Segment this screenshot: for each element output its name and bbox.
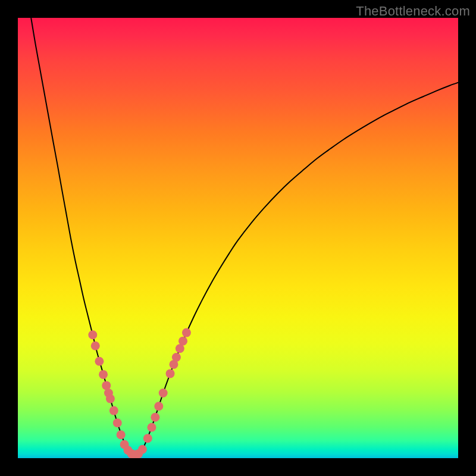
- data-marker: [178, 337, 187, 346]
- data-marker: [143, 434, 152, 443]
- data-marker: [91, 342, 100, 350]
- data-marker: [138, 445, 147, 454]
- watermark-text: TheBottleneck.com: [356, 4, 470, 19]
- data-marker: [154, 402, 163, 411]
- chart-plot-area: [18, 18, 458, 458]
- chart-svg: [18, 18, 458, 458]
- data-marker: [104, 389, 113, 397]
- data-marker: [166, 369, 175, 378]
- data-marker: [109, 406, 118, 415]
- data-marker: [99, 370, 108, 379]
- data-marker: [151, 413, 159, 422]
- data-marker: [159, 389, 168, 397]
- data-marker: [124, 446, 133, 455]
- data-marker: [182, 328, 191, 337]
- data-marker: [172, 353, 181, 362]
- data-marker: [169, 360, 178, 369]
- data-marker: [113, 418, 122, 427]
- data-marker: [127, 449, 136, 458]
- data-marker: [134, 449, 143, 458]
- data-marker: [88, 330, 97, 339]
- data-marker: [106, 394, 115, 403]
- data-marker: [117, 430, 126, 439]
- data-marker: [102, 381, 111, 390]
- bottleneck-curve: [31, 18, 458, 455]
- data-marker: [176, 344, 184, 353]
- data-marker: [120, 440, 129, 449]
- data-marker: [95, 357, 104, 366]
- data-marker: [130, 450, 139, 458]
- data-marker: [147, 423, 156, 432]
